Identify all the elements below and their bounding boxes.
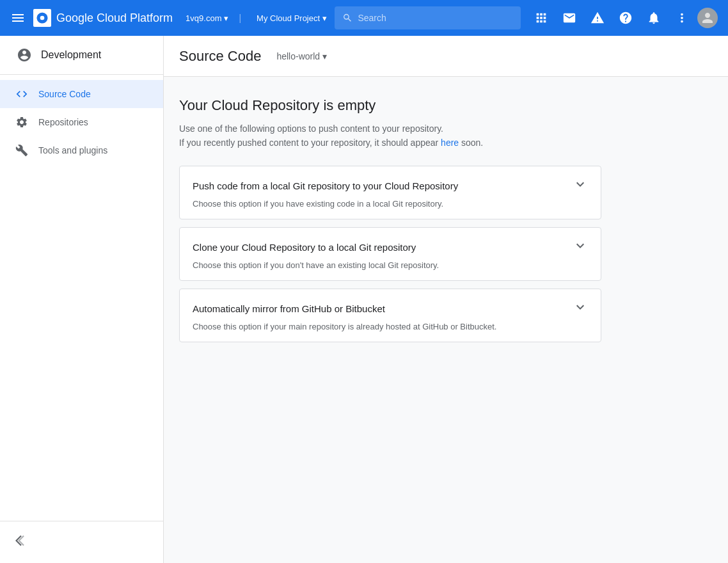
desc-line1: Use one of the following options to push… <box>179 123 443 134</box>
empty-state-description: Use one of the following options to push… <box>179 122 713 150</box>
brand-logo: Google Cloud Platform <box>33 9 173 27</box>
empty-state-title: Your Cloud Repository is empty <box>179 97 713 114</box>
option-card-clone-cloud[interactable]: Clone your Cloud Repository to a local G… <box>179 227 601 281</box>
option-card-mirror-github[interactable]: Automatically mirror from GitHub or Bitb… <box>179 289 601 342</box>
account-dropdown-icon: ▾ <box>224 13 228 23</box>
project-name: My Cloud Project <box>257 13 320 23</box>
sidebar-item-repositories-label: Repositories <box>38 117 88 127</box>
sidebar-title: Development <box>41 49 101 61</box>
repositories-icon <box>15 116 28 129</box>
desc-line2-prefix: If you recently pushed content to your r… <box>179 138 441 148</box>
brand-name: Google Cloud Platform <box>56 12 173 25</box>
svg-point-0 <box>40 16 45 20</box>
option-card-clone-cloud-header: Clone your Cloud Repository to a local G… <box>193 238 588 257</box>
content-area: Your Cloud Repository is empty Use one o… <box>164 77 728 563</box>
option-card-clone-cloud-desc: Choose this option if you don't have an … <box>193 260 588 270</box>
alert-icon[interactable] <box>585 5 610 31</box>
sidebar-footer <box>0 521 163 563</box>
option-card-push-local-title: Push code from a local Git repository to… <box>193 180 458 191</box>
app-layout: Development Source Code Repositories Too… <box>0 0 728 563</box>
sidebar-item-source-code[interactable]: Source Code <box>0 80 163 108</box>
repo-name: hello-world <box>276 51 320 61</box>
main-content: Source Code hello-world ▾ Your Cloud Rep… <box>164 36 728 563</box>
sidebar-header: Development <box>0 36 163 75</box>
option-card-push-local[interactable]: Push code from a local Git repository to… <box>179 166 601 219</box>
hamburger-menu-icon[interactable] <box>10 10 26 26</box>
nav-icons-group <box>528 5 718 31</box>
sidebar-collapse-button[interactable] <box>10 529 33 555</box>
desc-line2-suffix: soon. <box>459 138 483 148</box>
source-code-icon <box>15 88 28 100</box>
top-nav: Google Cloud Platform 1vq9.com ▾ | My Cl… <box>0 0 728 36</box>
sidebar-item-source-code-label: Source Code <box>38 89 91 99</box>
search-bar[interactable] <box>335 6 521 29</box>
nav-separator: | <box>239 13 241 23</box>
sidebar-nav: Source Code Repositories Tools and plugi… <box>0 75 163 521</box>
option-card-clone-cloud-title: Clone your Cloud Repository to a local G… <box>193 242 416 253</box>
gcp-icon <box>33 9 51 27</box>
more-vert-icon[interactable] <box>669 5 695 31</box>
option-card-mirror-github-desc: Choose this option if your main reposito… <box>193 322 588 331</box>
page-header: Source Code hello-world ▾ <box>164 36 728 77</box>
search-icon <box>342 12 352 24</box>
option-card-push-local-header: Push code from a local Git repository to… <box>193 177 588 195</box>
notifications-icon[interactable] <box>641 5 667 31</box>
sidebar-item-repositories[interactable]: Repositories <box>0 108 163 136</box>
project-selector[interactable]: My Cloud Project ▾ <box>257 13 327 23</box>
option-card-mirror-github-header: Automatically mirror from GitHub or Bitb… <box>193 299 588 318</box>
repo-dropdown-icon: ▾ <box>322 51 327 61</box>
sidebar-item-tools-plugins[interactable]: Tools and plugins <box>0 136 163 164</box>
chevron-clone-cloud-icon <box>573 238 588 257</box>
sidebar-item-tools-plugins-label: Tools and plugins <box>38 145 107 155</box>
search-input[interactable] <box>358 13 513 23</box>
apps-icon[interactable] <box>528 5 554 31</box>
help-icon[interactable] <box>613 5 638 31</box>
account-name: 1vq9.com <box>186 13 221 23</box>
sidebar-logo-icon <box>15 46 33 64</box>
user-avatar[interactable] <box>697 8 718 28</box>
chevron-mirror-github-icon <box>573 299 588 318</box>
repo-selector[interactable]: hello-world ▾ <box>271 49 332 64</box>
option-card-push-local-desc: Choose this option if you have existing … <box>193 199 588 209</box>
email-icon[interactable] <box>557 5 582 31</box>
sidebar: Development Source Code Repositories Too… <box>0 36 164 563</box>
page-title: Source Code <box>179 48 261 65</box>
here-link[interactable]: here <box>441 138 459 148</box>
option-card-mirror-github-title: Automatically mirror from GitHub or Bitb… <box>193 303 385 314</box>
chevron-push-local-icon <box>573 177 588 195</box>
project-dropdown-icon: ▾ <box>322 13 327 23</box>
tools-plugins-icon <box>15 144 28 157</box>
account-selector[interactable]: 1vq9.com ▾ <box>186 13 228 23</box>
